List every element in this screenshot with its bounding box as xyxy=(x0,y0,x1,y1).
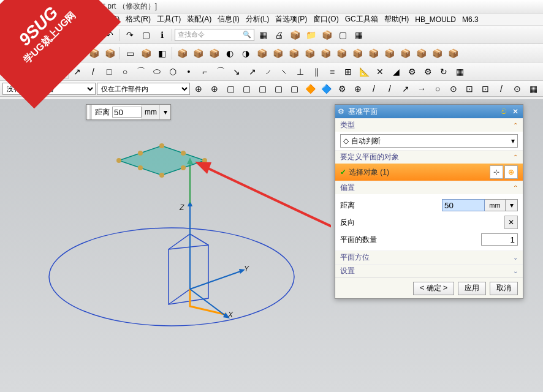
filter-tool[interactable]: / xyxy=(494,81,509,96)
toolbar-button[interactable]: 📦 xyxy=(382,46,397,61)
section-type-header[interactable]: 类型 ⌃ xyxy=(335,118,523,132)
close-icon[interactable]: ✕ xyxy=(511,107,520,116)
toolbar-button[interactable]: 📁 xyxy=(303,28,318,42)
filter-tool[interactable]: ⊕ xyxy=(191,81,206,96)
sketch-tool[interactable]: ⚙ xyxy=(404,64,419,79)
toolbar-button[interactable]: 📦 xyxy=(270,46,285,61)
sketch-tool[interactable]: ⬡ xyxy=(165,64,180,79)
sketch-tool[interactable]: ↗ xyxy=(245,64,260,79)
toolbar-button[interactable]: 📦 xyxy=(254,46,269,61)
toolbar-button[interactable]: 📦 xyxy=(430,46,444,61)
toolbar-button[interactable]: 📦 xyxy=(398,46,412,61)
count-input[interactable] xyxy=(481,233,518,246)
sketch-tool[interactable]: ↻ xyxy=(436,64,451,79)
toolbar-button[interactable]: ▦ xyxy=(351,28,366,42)
toolbar-button[interactable]: 📦 xyxy=(191,46,205,61)
filter-tool[interactable]: ▢ xyxy=(271,81,286,96)
toolbar-button[interactable]: ◐ xyxy=(222,46,237,61)
filter-tool[interactable]: ▢ xyxy=(255,81,270,96)
sketch-tool[interactable]: ⊥ xyxy=(293,64,308,79)
apply-button[interactable]: 应用 xyxy=(458,282,486,295)
toolbar-button[interactable]: ↷ xyxy=(123,28,137,42)
menu-item[interactable]: 分析(L) xyxy=(246,14,270,24)
toolbar-button[interactable]: 📦 xyxy=(287,28,302,42)
filter-tool[interactable]: ⊕ xyxy=(351,81,365,96)
sketch-tool[interactable]: 📐 xyxy=(357,64,371,79)
sketch-tool[interactable]: ≡ xyxy=(325,64,340,79)
filter-tool[interactable]: ↗ xyxy=(398,81,413,96)
help-icon[interactable]: ච xyxy=(501,107,507,116)
menu-item[interactable]: GC工具箱 xyxy=(345,14,378,24)
filter-tool[interactable]: / xyxy=(366,81,381,96)
sketch-tool[interactable]: ⊞ xyxy=(341,64,355,79)
filter-tool[interactable]: ⊙ xyxy=(510,81,525,96)
toolbar-button[interactable]: ▦ xyxy=(256,28,270,42)
filter-tool[interactable]: 🔷 xyxy=(319,81,333,96)
menu-item[interactable]: HB_MOULD xyxy=(415,15,456,24)
section-settings-header[interactable]: 设置 ⌄ xyxy=(335,264,523,277)
distance-field-input[interactable] xyxy=(442,199,485,211)
toolbar-button[interactable]: 📦 xyxy=(318,46,333,61)
sketch-tool[interactable]: ○ xyxy=(118,64,132,79)
sketch-tool[interactable]: / xyxy=(86,64,101,79)
sketch-tool[interactable]: ⌐ xyxy=(197,64,212,79)
sketch-tool[interactable]: ↘ xyxy=(229,64,244,79)
toolbar-button[interactable]: 📦 xyxy=(350,46,365,61)
toolbar-button[interactable]: 📦 xyxy=(207,46,221,61)
sketch-tool[interactable]: ∥ xyxy=(309,64,324,79)
filter-tool[interactable]: ⊕ xyxy=(207,81,222,96)
toolbar-button[interactable]: 📦 xyxy=(286,46,301,61)
toolbar-button[interactable]: ◑ xyxy=(238,46,253,61)
sketch-tool[interactable]: ⌒ xyxy=(134,64,148,79)
section-orient-header[interactable]: 平面方位 ⌄ xyxy=(335,251,523,264)
sketch-tool[interactable]: ⟍ xyxy=(277,64,292,79)
toolbar-button[interactable]: 📦 xyxy=(319,28,334,42)
toolbar-button[interactable]: ℹ xyxy=(154,28,169,42)
command-search[interactable]: 查找命令🔍 xyxy=(175,29,254,41)
sketch-tool[interactable]: • xyxy=(181,64,196,79)
menu-item[interactable]: 工具(T) xyxy=(157,14,181,24)
filter-tool[interactable]: ▢ xyxy=(223,81,238,96)
filter-tool[interactable]: → xyxy=(414,81,429,96)
toolbar-button[interactable]: 📦 xyxy=(334,46,349,61)
sketch-tool[interactable]: ✕ xyxy=(373,64,387,79)
filter-tool[interactable]: ▢ xyxy=(287,81,302,96)
menu-item[interactable]: 窗口(O) xyxy=(313,14,338,24)
section-objects-header[interactable]: 要定义平面的对象 ⌃ xyxy=(335,150,523,164)
sketch-tool[interactable]: ◢ xyxy=(389,64,403,79)
toolbar-button[interactable]: ▢ xyxy=(139,28,153,42)
toolbar-button[interactable]: 📦 xyxy=(302,46,317,61)
dialog-titlebar[interactable]: ⚙ 基准平面 ච ✕ xyxy=(335,105,523,118)
selection-tool-2[interactable]: ⊕ xyxy=(504,165,518,179)
scope-filter-dropdown[interactable]: 仅在工作部件内 xyxy=(97,83,190,95)
filter-tool[interactable]: 🔶 xyxy=(303,81,317,96)
filter-tool[interactable]: ○ xyxy=(430,81,445,96)
filter-tool[interactable]: ⊡ xyxy=(462,81,477,96)
toolbar-button[interactable]: 📦 xyxy=(446,46,460,61)
toolbar-button[interactable]: ▭ xyxy=(123,46,137,61)
toolbar-button[interactable]: 📦 xyxy=(139,46,153,61)
filter-tool[interactable]: ⊡ xyxy=(478,81,493,96)
menu-item[interactable]: 装配(A) xyxy=(187,14,211,24)
filter-tool[interactable]: / xyxy=(382,81,397,96)
section-offset-header[interactable]: 偏置 ⌃ xyxy=(335,181,523,194)
sketch-tool[interactable]: ⌒ xyxy=(213,64,228,79)
sketch-tool[interactable]: □ xyxy=(102,64,116,79)
filter-tool[interactable]: ▢ xyxy=(239,81,254,96)
menu-item[interactable]: 格式(R) xyxy=(126,14,151,24)
type-dropdown[interactable]: ◇ 自动判断 ▾ xyxy=(340,134,518,148)
sketch-tool[interactable]: ⟋ xyxy=(261,64,276,79)
sketch-tool[interactable]: ⚙ xyxy=(420,64,435,79)
selection-tool-1[interactable]: ⊹ xyxy=(490,165,503,179)
toolbar-button[interactable]: ◧ xyxy=(154,46,169,61)
selection-row[interactable]: ✓ 选择对象 (1) ⊹ ⊕ xyxy=(335,164,523,181)
reverse-button[interactable]: ✕ xyxy=(504,216,518,229)
cancel-button[interactable]: 取消 xyxy=(490,282,518,295)
sketch-tool[interactable]: ⬭ xyxy=(150,64,164,79)
toolbar-button[interactable]: 📦 xyxy=(102,46,117,61)
menu-item[interactable]: 信息(I) xyxy=(218,14,239,24)
toolbar-button[interactable]: 📦 xyxy=(414,46,428,61)
ok-button[interactable]: < 确定 > xyxy=(413,282,454,295)
toolbar-button[interactable]: ▢ xyxy=(335,28,350,42)
toolbar-button[interactable]: 📦 xyxy=(175,46,189,61)
